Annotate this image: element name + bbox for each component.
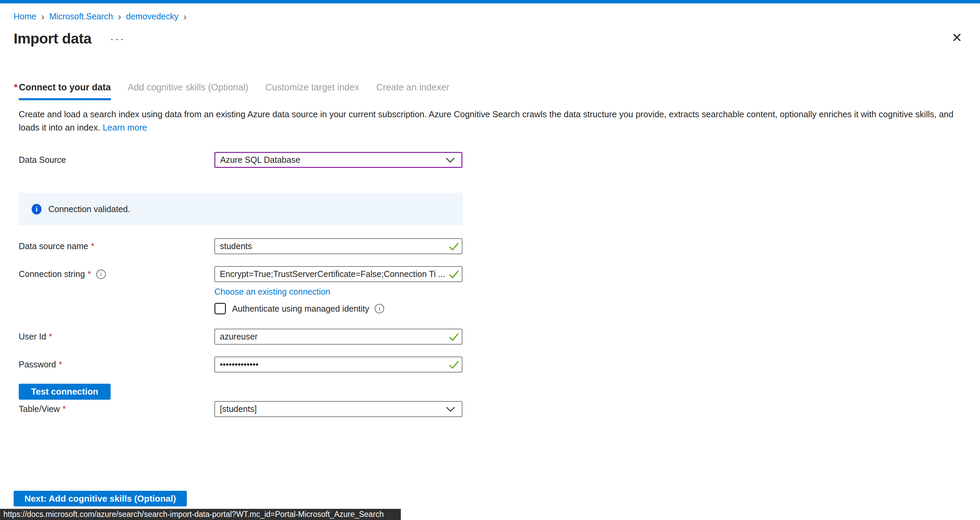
wizard-tabs: *Connect to your data Add cognitive skil…: [19, 82, 980, 100]
tab-label: Connect to your data: [19, 82, 111, 92]
table-view-label: Table/View *: [19, 404, 215, 414]
page-description: Create and load a search index using dat…: [19, 108, 961, 134]
required-asterisk: *: [62, 404, 66, 414]
next-add-cognitive-skills-button[interactable]: Next: Add cognitive skills (Optional): [14, 491, 187, 506]
breadcrumb-separator-icon: ›: [41, 12, 45, 21]
info-tooltip-icon[interactable]: i: [375, 304, 384, 313]
valid-check-icon: [448, 332, 460, 342]
data-source-value: Azure SQL Database: [220, 155, 300, 165]
breadcrumb-demovedecky[interactable]: demovedecky: [126, 11, 178, 21]
tab-customize-target-index[interactable]: Customize target index: [266, 82, 360, 100]
tab-label: Add cognitive skills (Optional): [128, 82, 248, 92]
required-asterisk: *: [91, 241, 94, 251]
banner-text: Connection validated.: [48, 204, 130, 214]
tab-label: Create an indexer: [376, 82, 450, 92]
chevron-down-icon: [445, 157, 455, 163]
breadcrumb-home[interactable]: Home: [14, 11, 37, 21]
table-view-dropdown[interactable]: [students]: [215, 401, 463, 417]
context-menu-ellipsis-icon[interactable]: ···: [110, 35, 126, 42]
valid-check-icon: [448, 270, 460, 279]
link-preview-statusbar: https://docs.microsoft.com/azure/search/…: [0, 509, 401, 520]
password-input[interactable]: [215, 357, 463, 373]
connect-data-form: Data Source Azure SQL Database i Connect…: [19, 152, 463, 417]
required-asterisk: *: [88, 269, 91, 279]
breadcrumb-separator-icon: ›: [118, 12, 121, 21]
page-title: Import data: [14, 30, 92, 47]
user-id-label: User Id *: [19, 332, 215, 342]
breadcrumb-separator-icon: ›: [183, 12, 187, 21]
valid-check-icon: [448, 360, 460, 369]
connection-string-label: Connection string * i: [19, 269, 215, 279]
connection-validated-banner: i Connection validated.: [19, 193, 463, 225]
description-text: Create and load a search index using dat…: [19, 109, 953, 132]
table-view-value: [students]: [220, 404, 256, 414]
breadcrumb-microsoft-search[interactable]: Microsoft.Search: [49, 11, 113, 21]
tab-add-cognitive-skills[interactable]: Add cognitive skills (Optional): [128, 82, 248, 100]
chevron-down-icon: [445, 406, 456, 412]
breadcrumb: Home › Microsoft.Search › demovedecky ›: [14, 11, 980, 21]
user-id-input[interactable]: [215, 329, 463, 345]
valid-check-icon: [448, 242, 460, 251]
managed-identity-label: Authenticate using managed identity: [232, 304, 369, 314]
data-source-label: Data Source: [19, 155, 215, 165]
connection-string-input[interactable]: [215, 266, 463, 282]
close-icon[interactable]: ✕: [951, 31, 962, 44]
portal-top-accent-bar: [0, 0, 980, 3]
managed-identity-checkbox[interactable]: [215, 303, 226, 314]
data-source-name-input[interactable]: [215, 238, 463, 254]
choose-existing-connection-link[interactable]: Choose an existing connection: [215, 287, 331, 296]
learn-more-link[interactable]: Learn more: [103, 123, 147, 132]
info-tooltip-icon[interactable]: i: [96, 270, 106, 279]
required-asterisk: *: [49, 332, 52, 342]
password-label: Password *: [19, 360, 215, 369]
data-source-dropdown[interactable]: Azure SQL Database: [215, 152, 463, 168]
tab-connect-to-your-data[interactable]: *Connect to your data: [19, 82, 111, 100]
test-connection-button[interactable]: Test connection: [19, 384, 111, 400]
data-source-name-label: Data source name *: [19, 241, 215, 251]
tab-create-an-indexer[interactable]: Create an indexer: [376, 82, 450, 100]
required-asterisk: *: [14, 82, 18, 92]
tab-label: Customize target index: [266, 82, 360, 92]
info-icon: i: [32, 204, 41, 214]
required-asterisk: *: [59, 360, 62, 369]
